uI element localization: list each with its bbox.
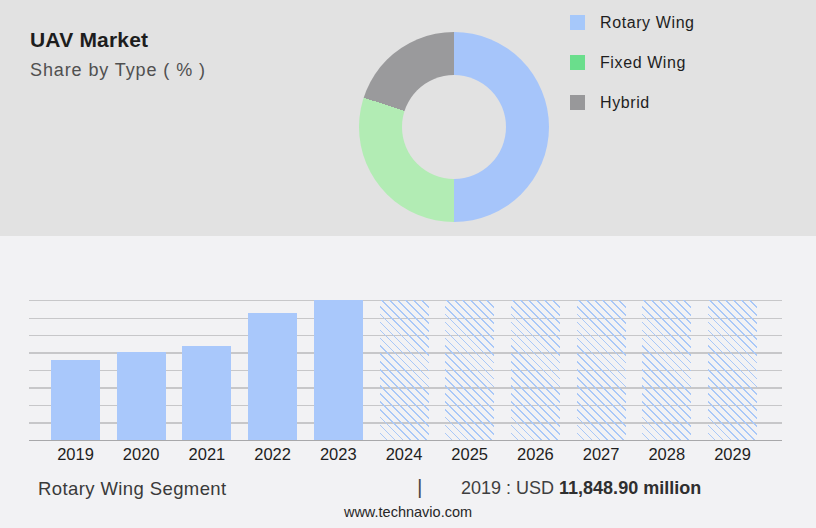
donut-chart: [359, 32, 549, 222]
x-axis-label-2023: 2023: [305, 445, 371, 464]
legend-label-fixed-wing: Fixed Wing: [600, 54, 686, 72]
x-axis-label-2022: 2022: [240, 445, 306, 464]
footer-divider: |: [417, 475, 422, 499]
x-axis-label-2024: 2024: [371, 445, 437, 464]
bar-chart-plot: [29, 300, 782, 441]
legend-item-hybrid: Hybrid: [570, 95, 695, 110]
bar-2019: [51, 360, 100, 440]
bar-2024: [380, 300, 429, 440]
bar-2020: [117, 352, 166, 440]
x-axis-label-2028: 2028: [634, 445, 700, 464]
legend-label-rotary-wing: Rotary Wing: [600, 14, 695, 32]
legend-swatch-fixed-wing: [570, 55, 585, 70]
x-axis-label-2029: 2029: [700, 445, 766, 464]
segment-title: Rotary Wing Segment: [38, 478, 227, 500]
legend-item-rotary-wing: Rotary Wing: [570, 15, 695, 30]
bar-2028: [642, 300, 691, 440]
header-section: UAV Market Share by Type ( % ) Rotary Wi…: [0, 0, 816, 236]
legend-label-hybrid: Hybrid: [600, 94, 650, 112]
website-url: www.technavio.com: [0, 504, 816, 520]
bar-2021: [182, 346, 231, 440]
page-title: UAV Market: [30, 28, 206, 52]
infographic-page: UAV Market Share by Type ( % ) Rotary Wi…: [0, 0, 816, 528]
value-line: 2019 : USD11,848.90 million: [461, 478, 701, 499]
bar-2025: [445, 300, 494, 440]
x-axis-label-2026: 2026: [502, 445, 568, 464]
value-amount: 11,848.90 million: [559, 478, 701, 498]
value-prefix: 2019 : USD: [461, 478, 554, 498]
bar-2029: [708, 300, 757, 440]
x-axis-label-2020: 2020: [108, 445, 174, 464]
x-axis-label-2019: 2019: [43, 445, 109, 464]
x-axis-label-2027: 2027: [568, 445, 634, 464]
x-axis-label-2021: 2021: [174, 445, 240, 464]
title-block: UAV Market Share by Type ( % ): [30, 28, 206, 81]
bar-2022: [248, 313, 297, 440]
page-subtitle: Share by Type ( % ): [30, 60, 206, 81]
bar-chart-section: 2019202020212022202320242025202620272028…: [0, 236, 816, 528]
x-axis-label-2025: 2025: [437, 445, 503, 464]
donut-hole: [402, 75, 506, 179]
bar-2023: [314, 300, 363, 440]
bar-chart-xlabels: 2019202020212022202320242025202620272028…: [29, 445, 782, 465]
legend-item-fixed-wing: Fixed Wing: [570, 55, 695, 70]
legend-swatch-rotary-wing: [570, 15, 585, 30]
bar-2026: [511, 300, 560, 440]
donut-legend: Rotary Wing Fixed Wing Hybrid: [570, 15, 695, 135]
legend-swatch-hybrid: [570, 95, 585, 110]
bar-2027: [577, 300, 626, 440]
